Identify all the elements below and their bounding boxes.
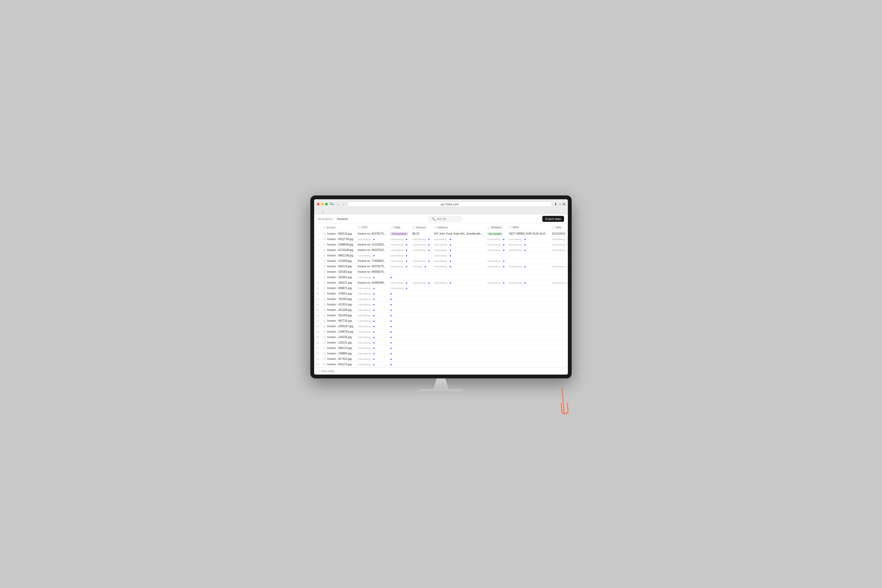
cell-invoice[interactable]: 📄Invoice - 817423.jpg (321, 356, 356, 362)
cell-invoice[interactable]: 📄Invoice - 8412738.jpg (321, 237, 356, 242)
forward-button[interactable]: › (342, 202, 345, 207)
table-row[interactable]: 14📄Invoice - 412624.jpgCalculating... (314, 302, 568, 308)
cell-invoice[interactable]: 📄Invoice - 165127.jpg (321, 280, 356, 285)
cell-invoice[interactable]: 📄Invoice - 248895.jpg (321, 351, 356, 356)
cell-invoice[interactable]: 📄Invoice - 781263.jpg (321, 297, 356, 302)
new-tab-button[interactable]: + (559, 202, 561, 206)
table-row[interactable]: 11📄Invoice - 809875.jpgCalculating... Ca… (314, 285, 568, 291)
cell-iban (507, 269, 550, 274)
add-row-label: New entity (321, 370, 334, 373)
table-row[interactable]: 2📄Invoice - 8412738.jpgCalculating... Ca… (314, 237, 568, 242)
cell-address: Calculating... (432, 280, 485, 285)
table-row[interactable]: 16📄Invoice - 351268.jpgCalculating... (314, 313, 568, 318)
cell-invoice[interactable]: 📄Invoice - 5861238.jpg (321, 253, 356, 258)
browser-actions: ⬆ + ⧉ (554, 202, 565, 206)
calculating-dot (428, 239, 430, 240)
plus-icon: + (318, 369, 320, 373)
table-row[interactable]: 13📄Invoice - 781263.jpgCalculating... (314, 297, 568, 302)
table-row[interactable]: 4📄Invoice - 8174238.jpgInvoice no: 66537… (314, 248, 568, 253)
cell-invoice[interactable]: 📄Invoice - 135151.jpg (321, 340, 356, 345)
file-icon: 📄 (323, 260, 326, 262)
cell-invoice[interactable]: 📄Invoice - 412458.jpg (321, 258, 356, 264)
table-row[interactable]: 7📄Invoice - 859126.jpgInvoice no: 403781… (314, 264, 568, 269)
table-row[interactable]: 12📄Invoice - 378551.jpgCalculating... (314, 291, 568, 297)
cell-amount (410, 340, 432, 345)
cell-invoice[interactable]: 📄Invoice - 586123.jpg (321, 345, 356, 351)
calculating-dot (373, 320, 375, 322)
calculating-text: Calculating... (390, 254, 405, 257)
table-row[interactable]: 24📄Invoice - 817423.jpgCalculating... (314, 356, 568, 362)
invoice-name: Invoice - 1268783.jpg (327, 330, 353, 333)
address-bar[interactable]: go.7labs.com (348, 201, 552, 207)
monitor: ‹ › go.7labs.com ⬆ + ⧉ ⬜ (310, 195, 572, 378)
table-row[interactable]: 22📄Invoice - 586123.jpgCalculating... (314, 345, 568, 351)
calculating-text: Calculating... (434, 281, 449, 284)
table-row[interactable]: 8📄Invoice - 326363.jpgInvoice no: 495650… (314, 269, 568, 274)
cell-iban (507, 362, 550, 367)
calculating-dot (373, 358, 375, 360)
calculating-dot (428, 261, 430, 262)
tab-item[interactable]: ⬜ (320, 209, 326, 214)
cell-invoice[interactable]: 📄Invoice - 809875.jpg (321, 285, 356, 291)
cell-invoice[interactable]: 📄Invoice - 326363.jpg (321, 269, 356, 274)
cell-state: Calculating... (388, 253, 411, 258)
cell-invoice[interactable]: 📄Invoice - 859126.jpg (321, 264, 356, 269)
table-row[interactable]: 3📄Invoice - 2488958.jpgInvoice no: 13110… (314, 242, 568, 248)
calculating-text: Calculating... (509, 265, 524, 268)
table-row[interactable]: 6📄Invoice - 412458.jpgInvoice no: 776580… (314, 258, 568, 264)
sidebar-toggle-icon[interactable] (330, 202, 334, 206)
cell-invoice[interactable]: 📄Invoice - 859126.jpg (321, 231, 356, 237)
minimize-button[interactable] (321, 203, 324, 206)
cell-address (432, 356, 485, 362)
cell-invoice[interactable]: 📄Invoice - 234235.jpg (321, 334, 356, 340)
cell-state (388, 269, 411, 274)
cell-address: Calculating... (432, 253, 485, 258)
date-col-icon: 📄 (552, 226, 555, 229)
cell-mistakes (485, 269, 507, 274)
cell-invoice[interactable]: 📄Invoice - 351268.jpg (321, 313, 356, 318)
file-icon: 📄 (323, 363, 326, 366)
table-body: 1📄Invoice - 859126.jpgInvoice no: 403781… (314, 231, 568, 367)
cell-invoice[interactable]: 📄Invoice - 351269.jpg (321, 308, 356, 313)
search-bar[interactable]: 🔍 Ask Ds (429, 216, 461, 222)
calculating-text: Calculating... (412, 238, 428, 241)
ocr-value: Invoice no: 49565075... (358, 270, 386, 273)
cell-invoice[interactable]: 📄Invoice - 342661.jpg (321, 274, 356, 280)
table-row[interactable]: 10📄Invoice - 165127.jpgInvoice no: 42485… (314, 280, 568, 285)
close-button[interactable] (317, 203, 320, 206)
share-button[interactable]: ⬆ (554, 202, 557, 206)
cell-invoice[interactable]: 📄Invoice - 841273.jpg (321, 362, 356, 367)
table-row[interactable]: 25📄Invoice - 841273.jpgCalculating... (314, 362, 568, 367)
export-button[interactable]: Export data (542, 216, 564, 222)
cell-invoice[interactable]: 📄Invoice - 2355267.jpg (321, 324, 356, 329)
table-row[interactable]: 23📄Invoice - 248895.jpgCalculating... (314, 351, 568, 356)
table-row[interactable]: 5📄Invoice - 5861238.jpgCalculating... Ca… (314, 253, 568, 258)
table-row[interactable]: 9📄Invoice - 342661.jpgCalculating... (314, 274, 568, 280)
cell-invoice[interactable]: 📄Invoice - 2488958.jpg (321, 242, 356, 248)
sidebar-button[interactable]: ⧉ (562, 202, 565, 206)
back-button[interactable]: ‹ (336, 202, 340, 207)
calculating-dot (390, 320, 392, 322)
calculating-text: Calculating... (358, 352, 373, 355)
calculating-dot (390, 304, 392, 305)
table-row[interactable]: 18📄Invoice - 2355267.jpgCalculating... (314, 324, 568, 329)
cell-amount: $8.25 (410, 231, 432, 237)
cell-invoice[interactable]: 📄Invoice - 8174238.jpg (321, 248, 356, 253)
calculating-dot (373, 364, 375, 365)
table-row[interactable]: 20📄Invoice - 234235.jpgCalculating... (314, 334, 568, 340)
breadcrumb-parent[interactable]: All projects (318, 217, 333, 220)
table-row[interactable]: 19📄Invoice - 1268783.jpgCalculating... (314, 329, 568, 334)
maximize-button[interactable] (325, 203, 328, 206)
table-row[interactable]: 1📄Invoice - 859126.jpgInvoice no: 403781… (314, 231, 568, 237)
table-row[interactable]: 17📄Invoice - 987716.jpgCalculating... (314, 318, 568, 324)
table-row[interactable]: 15📄Invoice - 351269.jpgCalculating... (314, 308, 568, 313)
table-row[interactable]: 21📄Invoice - 135151.jpgCalculating... (314, 340, 568, 345)
cell-invoice[interactable]: 📄Invoice - 987716.jpg (321, 318, 356, 324)
cell-invoice[interactable]: 📄Invoice - 412624.jpg (321, 302, 356, 308)
cell-invoice[interactable]: 📄Invoice - 378551.jpg (321, 291, 356, 297)
row-number: 23 (314, 351, 321, 356)
calculating-dot (390, 348, 392, 349)
cell-invoice[interactable]: 📄Invoice - 1268783.jpg (321, 329, 356, 334)
add-row-button[interactable]: + New entity (314, 367, 568, 375)
row-number: 24 (314, 356, 321, 362)
